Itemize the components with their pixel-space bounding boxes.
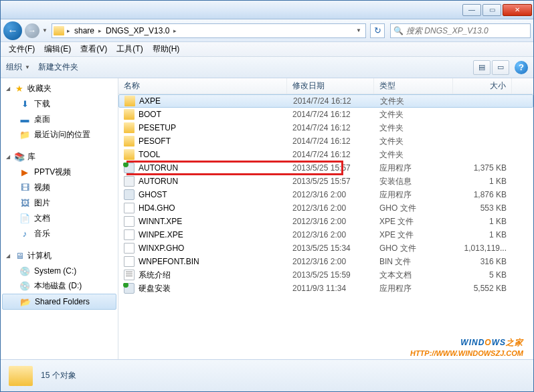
group-icon: 📚	[14, 152, 25, 163]
close-button[interactable]: ✕	[503, 4, 532, 16]
file-size: 316 KB	[453, 257, 512, 266]
item-label: 下载	[34, 98, 50, 110]
file-row[interactable]: HD4.GHO 2012/3/16 2:00 GHO 文件 553 KB	[118, 201, 533, 215]
menubar: 文件(F) 编辑(E) 查看(V) 工具(T) 帮助(H)	[1, 42, 533, 57]
file-name: WINNT.XPE	[139, 217, 182, 226]
sidebar-group-head[interactable]: ◢📚库	[1, 149, 118, 165]
file-icon	[124, 122, 135, 133]
item-icon: ♪	[19, 229, 30, 239]
sidebar-item[interactable]: ⬇下载	[1, 96, 118, 112]
search-box[interactable]: 🔍	[390, 23, 531, 38]
sidebar-item[interactable]: 💿System (C:)	[1, 264, 118, 278]
file-row[interactable]: TOOL 2014/7/24 16:12 文件夹	[118, 148, 533, 161]
file-row[interactable]: BOOT 2014/7/24 16:12 文件夹	[118, 108, 533, 121]
file-list[interactable]: AXPE 2014/7/24 16:12 文件夹 BOOT 2014/7/24 …	[118, 94, 533, 359]
file-row[interactable]: PESETUP 2014/7/24 16:12 文件夹	[118, 121, 533, 134]
column-type[interactable]: 类型	[374, 78, 453, 94]
new-folder-button[interactable]: 新建文件夹	[38, 62, 78, 73]
item-icon: 📄	[19, 213, 30, 224]
file-date: 2011/9/3 11:34	[287, 284, 374, 293]
breadcrumb[interactable]: DNGS_XP_V13.0	[104, 26, 171, 35]
file-icon	[124, 136, 135, 146]
file-size: 553 KB	[453, 203, 512, 213]
file-row[interactable]: WINXP.GHO 2013/5/25 15:34 GHO 文件 1,013,1…	[118, 241, 533, 255]
item-label: 图片	[34, 197, 50, 209]
file-type: XPE 文件	[374, 216, 453, 227]
menu-tools[interactable]: 工具(T)	[112, 42, 147, 56]
column-date[interactable]: 修改日期	[287, 78, 374, 94]
sidebar-item[interactable]: 🖼图片	[1, 195, 118, 211]
file-icon	[124, 243, 135, 254]
toolbar: 组织▼ 新建文件夹 ▤ ▭ ?	[1, 57, 533, 78]
file-date: 2014/7/24 16:12	[287, 123, 374, 132]
item-label: Shared Folders	[35, 297, 90, 306]
refresh-button[interactable]: ↻	[370, 23, 385, 38]
sidebar-group-head[interactable]: ◢★收藏夹	[1, 81, 118, 96]
sidebar-item[interactable]: 📄文档	[1, 211, 118, 226]
breadcrumb[interactable]: share	[73, 26, 96, 35]
file-row[interactable]: 硬盘安装 2011/9/3 11:34 应用程序 5,552 KB	[118, 282, 533, 295]
folder-icon	[54, 26, 64, 35]
view-mode-button[interactable]: ▤	[473, 60, 491, 75]
search-icon: 🔍	[393, 26, 404, 35]
file-size: 1,375 KB	[453, 163, 512, 173]
sidebar-group-head[interactable]: ◢🖥计算机	[1, 248, 118, 264]
status-text: 15 个对象	[41, 370, 76, 381]
file-row[interactable]: WINPE.XPE 2012/3/16 2:00 XPE 文件 1 KB	[118, 228, 533, 241]
item-label: 音乐	[34, 228, 50, 239]
forward-button[interactable]: →	[25, 23, 39, 38]
menu-view[interactable]: 查看(V)	[76, 42, 111, 56]
file-date: 2013/5/25 15:57	[287, 163, 374, 173]
sidebar-item[interactable]: ▶PPTV视频	[1, 165, 118, 180]
file-row[interactable]: GHOST 2012/3/16 2:00 应用程序 1,876 KB	[118, 188, 533, 201]
item-label: 最近访问的位置	[34, 129, 90, 140]
file-type: XPE 文件	[374, 229, 453, 241]
file-size: 1,013,119...	[453, 243, 512, 253]
chevron-right-icon: ▸	[67, 27, 70, 34]
file-size: 1 KB	[453, 230, 512, 239]
group-icon: ★	[14, 84, 25, 94]
menu-edit[interactable]: 编辑(E)	[40, 42, 75, 56]
search-input[interactable]	[406, 26, 527, 35]
item-icon: 🖼	[19, 198, 30, 209]
file-date: 2012/3/16 2:00	[287, 203, 374, 213]
sidebar-item[interactable]: ▬桌面	[1, 112, 118, 127]
maximize-button[interactable]: ▭	[482, 4, 501, 16]
file-row[interactable]: WNPEFONT.BIN 2012/3/16 2:00 BIN 文件 316 K…	[118, 255, 533, 268]
chevron-down-icon: ▼	[25, 64, 30, 70]
file-type: 应用程序	[374, 283, 453, 294]
nav-history-dropdown[interactable]: ▼	[42, 27, 49, 33]
chevron-right-icon: ▸	[173, 27, 177, 34]
menu-help[interactable]: 帮助(H)	[149, 42, 184, 56]
file-row[interactable]: 系统介绍 2013/5/25 15:59 文本文档 5 KB	[118, 268, 533, 282]
address-bar[interactable]: ▸ share ▸ DNGS_XP_V13.0 ▸ ▼	[52, 23, 366, 38]
file-size: 5,552 KB	[453, 284, 512, 293]
file-date: 2012/3/16 2:00	[287, 190, 374, 199]
column-name[interactable]: 名称	[118, 78, 287, 94]
back-button[interactable]: ←	[3, 21, 22, 40]
help-button[interactable]: ?	[515, 61, 528, 74]
sidebar-item[interactable]: 💿本地磁盘 (D:)	[1, 278, 118, 294]
file-icon	[124, 216, 135, 227]
menu-file[interactable]: 文件(F)	[5, 42, 39, 56]
address-dropdown[interactable]: ▼	[353, 27, 364, 33]
file-row[interactable]: WINNT.XPE 2012/3/16 2:00 XPE 文件 1 KB	[118, 215, 533, 228]
file-icon	[124, 256, 135, 267]
file-type: GHO 文件	[374, 243, 453, 254]
preview-pane-button[interactable]: ▭	[492, 60, 509, 75]
file-row[interactable]: AXPE 2014/7/24 16:12 文件夹	[118, 94, 533, 108]
column-size[interactable]: 大小	[453, 78, 512, 94]
file-icon	[124, 203, 135, 213]
sidebar-item[interactable]: 🎞视频	[1, 180, 118, 195]
file-row[interactable]: PESOFT 2014/7/24 16:12 文件夹	[118, 134, 533, 148]
sidebar-item[interactable]: 📁最近访问的位置	[1, 127, 118, 142]
organize-button[interactable]: 组织▼	[6, 62, 30, 73]
group-label: 计算机	[27, 250, 52, 262]
file-row[interactable]: AUTORUN 2013/5/25 15:57 应用程序 1,375 KB	[118, 161, 533, 175]
file-row[interactable]: AUTORUN 2013/5/25 15:57 安装信息 1 KB	[118, 175, 533, 188]
item-icon: ⬇	[19, 99, 30, 110]
sidebar-item[interactable]: ♪音乐	[1, 226, 118, 241]
minimize-button[interactable]: —	[462, 4, 481, 16]
triangle-icon: ◢	[6, 253, 11, 259]
sidebar-item[interactable]: 📂Shared Folders	[2, 294, 116, 310]
